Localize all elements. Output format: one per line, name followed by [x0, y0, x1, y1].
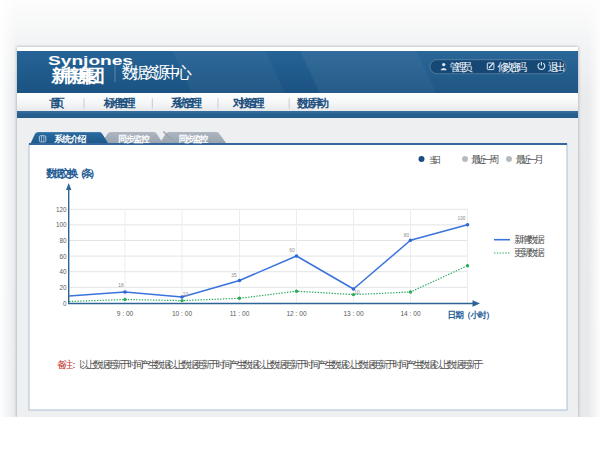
svg-text:首页: 首页 [48, 97, 65, 109]
svg-text:100: 100 [56, 221, 67, 228]
svg-text:修改密码: 修改密码 [497, 61, 527, 73]
svg-text:80: 80 [59, 237, 67, 244]
svg-text:14 : 00: 14 : 00 [400, 310, 420, 317]
svg-text:数据异动: 数据异动 [296, 97, 329, 110]
svg-text:日期（小时）: 日期（小时） [448, 310, 495, 320]
svg-text:80: 80 [404, 233, 410, 238]
svg-text:以上数据更新于时间产生数据以上数据更新于时间产生数据以上数据: 以上数据更新于时间产生数据以上数据更新于时间产生数据以上数据更新于时间产生数据以… [79, 359, 484, 370]
svg-text:12 : 00: 12 : 00 [286, 310, 306, 317]
svg-text:0: 0 [63, 300, 67, 307]
svg-text:20: 20 [59, 284, 67, 291]
svg-text:60: 60 [289, 248, 295, 253]
svg-text:18: 18 [118, 283, 124, 288]
svg-text:对接管理: 对接管理 [232, 97, 265, 109]
svg-text:当日: 当日 [429, 155, 441, 165]
svg-text:管理员: 管理员 [450, 61, 473, 73]
svg-text:10: 10 [354, 290, 360, 295]
svg-text:9 : 00: 9 : 00 [117, 310, 134, 317]
svg-text:10 : 00: 10 : 00 [172, 310, 192, 317]
svg-text:退出: 退出 [548, 61, 566, 73]
svg-text:更新数据: 更新数据 [514, 247, 546, 258]
svg-text:11 : 00: 11 : 00 [230, 310, 250, 317]
svg-text:100: 100 [457, 216, 465, 221]
svg-text:标准管理: 标准管理 [103, 97, 136, 109]
svg-text:最近一周: 最近一周 [471, 154, 500, 165]
svg-text:10: 10 [183, 292, 189, 297]
svg-text:新中新集团: 新中新集团 [51, 66, 106, 86]
svg-text:备注：: 备注： [57, 359, 79, 370]
svg-text:120: 120 [56, 206, 67, 213]
svg-text:35: 35 [231, 273, 237, 278]
svg-text:60: 60 [59, 253, 67, 260]
svg-text:新增数据: 新增数据 [514, 234, 546, 245]
svg-text:系统管理: 系统管理 [170, 96, 203, 109]
svg-text:数据资源中心: 数据资源中心 [122, 64, 192, 81]
svg-text:同步监控: 同步监控 [118, 134, 150, 144]
svg-text:最近一月: 最近一月 [516, 154, 544, 165]
svg-text:40: 40 [59, 268, 67, 275]
svg-text:数据交换（条）: 数据交换（条） [45, 167, 100, 180]
svg-text:同步监控: 同步监控 [179, 134, 209, 144]
svg-text:系统介绍: 系统介绍 [53, 134, 87, 144]
svg-text:13 : 00: 13 : 00 [343, 310, 363, 317]
